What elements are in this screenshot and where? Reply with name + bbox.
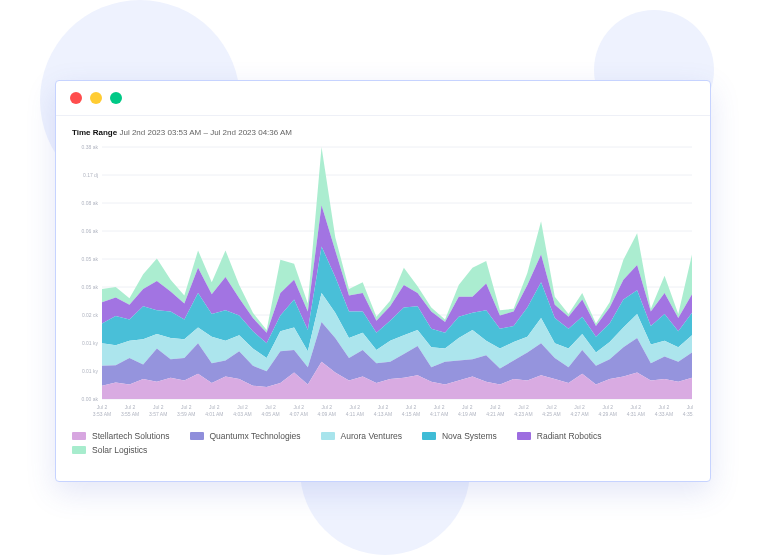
svg-text:Jul 2: Jul 2 [97,404,108,410]
svg-text:4:21 AM: 4:21 AM [486,411,504,417]
svg-text:4:11 AM: 4:11 AM [346,411,364,417]
app-window: Time Range Jul 2nd 2023 03:53 AM – Jul 2… [55,80,711,482]
time-range-value: Jul 2nd 2023 03:53 AM – Jul 2nd 2023 04:… [119,128,292,137]
svg-text:Jul 2: Jul 2 [406,404,417,410]
window-titlebar [56,81,710,116]
legend-swatch [517,432,531,440]
svg-text:Jul 2: Jul 2 [602,404,613,410]
svg-text:0.05 ak: 0.05 ak [82,256,99,262]
svg-text:Jul 2: Jul 2 [490,404,501,410]
svg-text:4:23 AM: 4:23 AM [514,411,532,417]
legend-label: Aurora Ventures [341,431,402,441]
svg-text:Jul 2: Jul 2 [237,404,248,410]
svg-text:3:57 AM: 3:57 AM [149,411,167,417]
legend-item[interactable]: Quantumx Technologies [190,431,301,441]
svg-text:4:05 AM: 4:05 AM [261,411,279,417]
window-close-button[interactable] [70,92,82,104]
svg-text:Jul 2: Jul 2 [574,404,585,410]
legend-label: Quantumx Technologies [210,431,301,441]
svg-text:4:17 AM: 4:17 AM [430,411,448,417]
svg-text:Jul 2: Jul 2 [181,404,192,410]
svg-text:4:13 AM: 4:13 AM [374,411,392,417]
svg-text:Jul 2: Jul 2 [125,404,136,410]
svg-text:0.06 ak: 0.06 ak [82,228,99,234]
svg-text:3:55 AM: 3:55 AM [121,411,139,417]
svg-text:4:29 AM: 4:29 AM [599,411,617,417]
legend-swatch [190,432,204,440]
legend-swatch [422,432,436,440]
svg-text:4:15 AM: 4:15 AM [402,411,420,417]
legend-item[interactable]: Radiant Robotics [517,431,602,441]
svg-text:4:03 AM: 4:03 AM [233,411,251,417]
svg-text:Jul 2: Jul 2 [209,404,220,410]
legend-item[interactable]: Nova Systems [422,431,497,441]
svg-text:Jul 2: Jul 2 [321,404,332,410]
time-range-key: Time Range [72,128,117,137]
legend-item[interactable]: Aurora Ventures [321,431,402,441]
svg-text:Jul 2: Jul 2 [631,404,642,410]
svg-text:0.08 ak: 0.08 ak [82,200,99,206]
legend-label: Nova Systems [442,431,497,441]
svg-text:3:53 AM: 3:53 AM [93,411,111,417]
svg-text:Jul 2: Jul 2 [265,404,276,410]
window-maximize-button[interactable] [110,92,122,104]
legend-label: Stellartech Solutions [92,431,170,441]
legend-swatch [72,446,86,454]
svg-text:Jul 2: Jul 2 [687,404,694,410]
stacked-area-chart[interactable]: 0.38 ak0.17 dj0.08 ak0.06 ak0.05 ak0.05 … [72,143,694,421]
svg-text:4:09 AM: 4:09 AM [318,411,336,417]
svg-text:Jul 2: Jul 2 [350,404,361,410]
svg-text:Jul 2: Jul 2 [378,404,389,410]
svg-text:Jul 2: Jul 2 [546,404,557,410]
svg-text:4:01 AM: 4:01 AM [205,411,223,417]
svg-text:Jul 2: Jul 2 [293,404,304,410]
svg-text:4:31 AM: 4:31 AM [627,411,645,417]
svg-text:Jul 2: Jul 2 [153,404,164,410]
svg-text:0.38 ak: 0.38 ak [82,144,99,150]
svg-text:0.00 ak: 0.00 ak [82,396,99,402]
legend-label: Solar Logistics [92,445,147,455]
chart-legend: Stellartech SolutionsQuantumx Technologi… [72,431,694,455]
svg-text:0.17 dj: 0.17 dj [83,172,98,178]
svg-text:Jul 2: Jul 2 [462,404,473,410]
svg-text:Jul 2: Jul 2 [659,404,670,410]
svg-text:3:59 AM: 3:59 AM [177,411,195,417]
legend-swatch [72,432,86,440]
window-minimize-button[interactable] [90,92,102,104]
svg-text:4:35 AM: 4:35 AM [683,411,694,417]
legend-item[interactable]: Stellartech Solutions [72,431,170,441]
svg-text:0.05 ak: 0.05 ak [82,284,99,290]
legend-label: Radiant Robotics [537,431,602,441]
svg-text:4:07 AM: 4:07 AM [289,411,307,417]
svg-text:0.01 ky: 0.01 ky [82,368,99,374]
svg-text:4:27 AM: 4:27 AM [570,411,588,417]
time-range-label: Time Range Jul 2nd 2023 03:53 AM – Jul 2… [72,128,694,137]
svg-text:0.01 ky: 0.01 ky [82,340,99,346]
legend-item[interactable]: Solar Logistics [72,445,147,455]
svg-text:4:19 AM: 4:19 AM [458,411,476,417]
svg-text:0.02 ck: 0.02 ck [82,312,99,318]
svg-text:Jul 2: Jul 2 [434,404,445,410]
legend-swatch [321,432,335,440]
svg-text:4:25 AM: 4:25 AM [542,411,560,417]
svg-text:4:33 AM: 4:33 AM [655,411,673,417]
svg-text:Jul 2: Jul 2 [518,404,529,410]
